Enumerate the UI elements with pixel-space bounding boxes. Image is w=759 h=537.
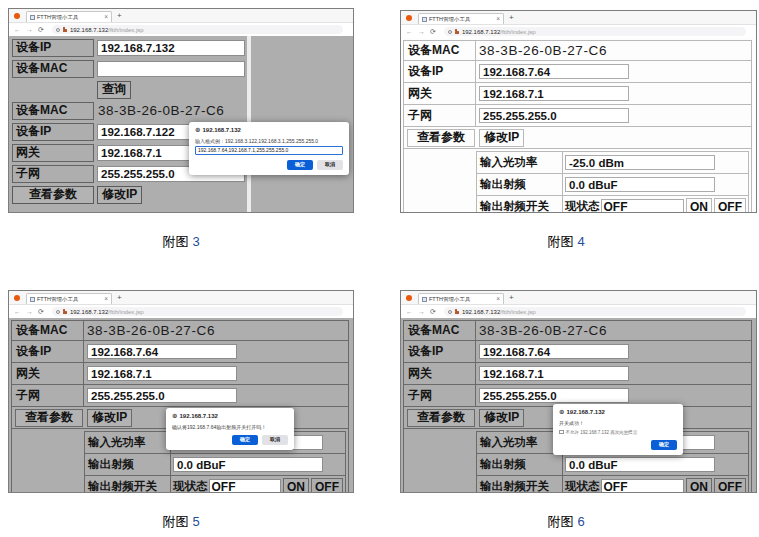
- back-button[interactable]: ←: [14, 26, 21, 33]
- device-ip-input[interactable]: [479, 344, 629, 359]
- dialog-ok-button[interactable]: 确定: [287, 160, 313, 170]
- device-mac-input[interactable]: [97, 61, 245, 77]
- firefox-icon[interactable]: [14, 13, 20, 19]
- browser-tab[interactable]: FTTH管理小工具 ×: [418, 293, 504, 304]
- new-tab-button[interactable]: +: [117, 294, 122, 302]
- dialog-ok-button[interactable]: 确定: [232, 435, 258, 445]
- back-button[interactable]: ←: [14, 308, 21, 315]
- browser-tab[interactable]: FTTH管理小工具 ×: [26, 293, 112, 304]
- url-bar[interactable]: 192.168.7.132/ftth/index.jsp: [444, 307, 746, 316]
- modify-ip-button[interactable]: 修改IP: [87, 409, 132, 427]
- dialog-buttons: 确定 取消: [172, 435, 288, 445]
- subnet-input[interactable]: [479, 108, 629, 123]
- gateway-row: 网关: [404, 363, 751, 385]
- tab-title: FTTH管理小工具: [429, 296, 494, 303]
- back-button[interactable]: ←: [406, 28, 413, 35]
- new-tab-button[interactable]: +: [509, 14, 514, 22]
- device-ip-label: 设备IP: [12, 39, 94, 57]
- device-ip-input[interactable]: [87, 344, 237, 359]
- device-mac-row: 设备MAC 38-3B-26-0B-27-C6: [404, 321, 751, 341]
- gateway-input[interactable]: [479, 366, 629, 381]
- new-tab-button[interactable]: +: [509, 294, 514, 302]
- subnet-input[interactable]: [87, 388, 237, 403]
- lock-icon: [455, 31, 459, 34]
- tab-close-icon[interactable]: ×: [496, 16, 500, 23]
- subnet-input[interactable]: [479, 388, 629, 403]
- reload-button[interactable]: ⟳: [38, 26, 44, 33]
- dont-ask-again-checkbox[interactable]: [559, 430, 564, 435]
- view-params-button[interactable]: 查看参数: [15, 409, 83, 427]
- device-mac-label: 设备MAC: [12, 60, 94, 78]
- rf-on-button[interactable]: ON: [686, 198, 712, 212]
- shield-icon[interactable]: [56, 310, 60, 314]
- reload-button[interactable]: ⟳: [38, 308, 44, 315]
- rf-on-button[interactable]: ON: [283, 478, 309, 492]
- rf-off-button[interactable]: OFF: [714, 198, 746, 212]
- optical-power-input[interactable]: [565, 155, 715, 170]
- title-bar: FTTH管理小工具 × +: [9, 9, 353, 23]
- subnet-row: 子网: [12, 385, 348, 407]
- device-ip-input[interactable]: [97, 40, 245, 56]
- browser-window-fig6: FTTH管理小工具 × + ← → ⟳ 192.168.7.132/ftth/i…: [400, 290, 757, 493]
- modify-ip-button[interactable]: 修改IP: [97, 186, 142, 204]
- subnet-row: 子网: [404, 105, 751, 127]
- dialog-checkbox-row: 不允许 192.168.7.132 再次向您提示: [559, 430, 677, 435]
- back-button[interactable]: ←: [406, 308, 413, 315]
- firefox-icon[interactable]: [14, 295, 20, 301]
- url-bar[interactable]: 192.168.7.132/ftth/index.jsp: [52, 307, 343, 316]
- subnet-label: 子网: [404, 105, 476, 126]
- forward-button[interactable]: →: [26, 26, 33, 33]
- url-bar[interactable]: 192.168.7.132/ftth/index.jsp: [444, 27, 746, 36]
- rf-output-input[interactable]: [565, 457, 715, 472]
- page-content: 设备MAC 38-3B-26-0B-27-C6 设备IP 网关 子网 查看参数 …: [401, 38, 756, 212]
- rf-switch-status: OFF: [209, 479, 282, 492]
- firefox-icon[interactable]: [406, 15, 412, 21]
- dialog-ok-button[interactable]: 确定: [651, 440, 677, 450]
- shield-icon[interactable]: [56, 28, 60, 32]
- rf-on-button[interactable]: ON: [686, 478, 712, 492]
- modify-ip-button[interactable]: 修改IP: [479, 409, 524, 427]
- result-ip-label: 设备IP: [12, 123, 94, 141]
- current-status-label: 现状态: [565, 479, 600, 492]
- view-params-button[interactable]: 查看参数: [12, 186, 94, 204]
- url-host: 192.168.7.132: [462, 29, 500, 35]
- dialog-title-row: ⊕ 192.168.7.132: [195, 127, 343, 134]
- lock-icon: [455, 311, 459, 314]
- new-tab-button[interactable]: +: [117, 12, 122, 20]
- tab-close-icon[interactable]: ×: [104, 296, 108, 303]
- forward-button[interactable]: →: [418, 308, 425, 315]
- reload-button[interactable]: ⟳: [430, 28, 436, 35]
- browser-tab[interactable]: FTTH管理小工具 ×: [418, 13, 504, 24]
- dialog-message: 输入格式例：192.168.3.122,192.168.3.1,255.255.…: [195, 138, 343, 144]
- dialog-cancel-button[interactable]: 取消: [317, 160, 343, 170]
- rf-off-button[interactable]: OFF: [311, 478, 343, 492]
- caption-prefix: 附图: [547, 514, 573, 529]
- dialog-cancel-button[interactable]: 取消: [262, 435, 288, 445]
- url-bar[interactable]: 192.168.7.132/ftth/index.jsp: [52, 25, 343, 34]
- shield-icon[interactable]: [448, 30, 452, 34]
- modify-ip-button[interactable]: 修改IP: [479, 129, 524, 147]
- shield-icon[interactable]: [448, 310, 452, 314]
- current-status-label: 现状态: [173, 479, 208, 492]
- rf-output-input[interactable]: [173, 457, 323, 472]
- rf-off-button[interactable]: OFF: [714, 478, 746, 492]
- dialog-ip-input[interactable]: [195, 146, 343, 155]
- forward-button[interactable]: →: [26, 308, 33, 315]
- tab-close-icon[interactable]: ×: [104, 14, 108, 21]
- device-ip-input[interactable]: [479, 64, 629, 79]
- dialog-title: 192.168.7.132: [566, 409, 604, 415]
- gateway-input[interactable]: [87, 366, 237, 381]
- browser-tab[interactable]: FTTH管理小工具 ×: [26, 11, 112, 22]
- rf-output-input[interactable]: [565, 177, 715, 192]
- query-row: 查询: [12, 80, 245, 99]
- url-path: /ftth/index.jsp: [500, 29, 535, 35]
- tab-close-icon[interactable]: ×: [496, 296, 500, 303]
- view-params-button[interactable]: 查看参数: [407, 409, 475, 427]
- reload-button[interactable]: ⟳: [430, 308, 436, 315]
- query-button[interactable]: 查询: [97, 81, 131, 99]
- confirm-dialog: ⊕ 192.168.7.132 确认将192.168.7.64输出射频开关打开吗…: [166, 408, 294, 450]
- gateway-input[interactable]: [479, 86, 629, 101]
- view-params-button[interactable]: 查看参数: [407, 129, 475, 147]
- forward-button[interactable]: →: [418, 28, 425, 35]
- firefox-icon[interactable]: [406, 295, 412, 301]
